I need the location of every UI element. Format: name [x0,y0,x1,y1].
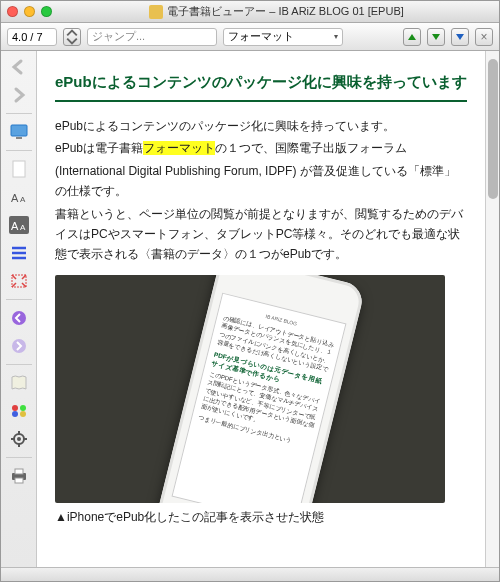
svg-rect-26 [15,478,23,483]
image-caption: ▲iPhoneでePub化したこの記事を表示させた状態 [55,509,467,526]
paragraph: (International Digital Publishing Forum,… [55,161,467,202]
nav-forward-button[interactable] [5,83,33,107]
book-icon[interactable] [5,371,33,395]
svg-point-12 [12,311,26,325]
zoom-icon[interactable] [41,6,52,17]
gear-icon[interactable] [5,427,33,451]
history-forward-button[interactable] [5,334,33,358]
heading-rule [55,100,467,102]
titlebar: 電子書籍ビューアー – IB ARiZ BLOG 01 [EPUB] [1,1,499,23]
history-back-button[interactable] [5,306,33,330]
window-title: 電子書籍ビューアー – IB ARiZ BLOG 01 [EPUB] [167,4,404,19]
jump-placeholder: ジャンプ... [92,29,145,44]
status-bar [1,567,499,581]
svg-point-14 [12,405,18,411]
window-controls [7,6,52,17]
page-value: 4.0 / 7 [12,31,43,43]
svg-rect-25 [15,469,23,474]
svg-point-17 [20,411,26,417]
app-icon [149,5,163,19]
page-stepper[interactable] [63,28,81,46]
article-heading: ePubによるコンテンツのパッケージ化に興味を持っています [55,71,467,92]
close-icon[interactable] [7,6,18,17]
paragraph: 書籍というと、ページ単位の閲覧が前提となりますが、閲覧するためのデバイスはPCや… [55,204,467,265]
search-highlight: フォーマット [143,141,215,155]
article-body: ePubによるコンテンツのパッケージ化に興味を持っています。 ePubは電子書籍… [55,116,467,265]
sidebar: AA AA [1,51,37,567]
format-label: フォーマット [228,29,294,44]
page-field[interactable]: 4.0 / 7 [7,28,57,46]
svg-point-16 [12,411,18,417]
svg-rect-0 [11,125,27,136]
svg-text:A: A [20,223,26,232]
svg-text:A: A [11,192,19,204]
scroll-thumb[interactable] [488,59,498,199]
format-dropdown[interactable]: フォーマット ▾ [223,28,343,46]
chevron-down-icon: ▾ [334,32,338,41]
font-increase-button[interactable]: AA [5,185,33,209]
svg-rect-1 [16,137,22,139]
content-area: ePubによるコンテンツのパッケージ化に興味を持っています ePubによるコンテ… [37,51,485,567]
monitor-icon[interactable] [5,120,33,144]
svg-text:A: A [11,220,19,232]
close-search-button[interactable]: × [475,28,493,46]
paragraph: ePubによるコンテンツのパッケージ化に興味を持っています。 [55,116,467,136]
nav-up-button[interactable] [403,28,421,46]
svg-point-15 [20,405,26,411]
fullscreen-icon[interactable] [5,269,33,293]
jump-field[interactable]: ジャンプ... [87,28,217,46]
nav-down-button[interactable] [427,28,445,46]
list-icon[interactable] [5,241,33,265]
vertical-scrollbar[interactable] [485,51,499,567]
page-icon[interactable] [5,157,33,181]
svg-point-19 [17,437,21,441]
nav-down-alt-button[interactable] [451,28,469,46]
nav-back-button[interactable] [5,55,33,79]
toolbar: 4.0 / 7 ジャンプ... フォーマット ▾ × [1,23,499,51]
svg-text:A: A [20,195,26,204]
minimize-icon[interactable] [24,6,35,17]
color-palette-icon[interactable] [5,399,33,423]
svg-rect-2 [13,161,25,177]
font-decrease-button[interactable]: AA [5,213,33,237]
paragraph: ePubは電子書籍フォーマットの１つで、国際電子出版フォーラム [55,138,467,158]
print-icon[interactable] [5,464,33,488]
svg-point-13 [12,339,26,353]
article-image: IB ARiZ BLOG の確認には、レイアウトデータと貼り込み画像データとのバ… [55,275,445,503]
